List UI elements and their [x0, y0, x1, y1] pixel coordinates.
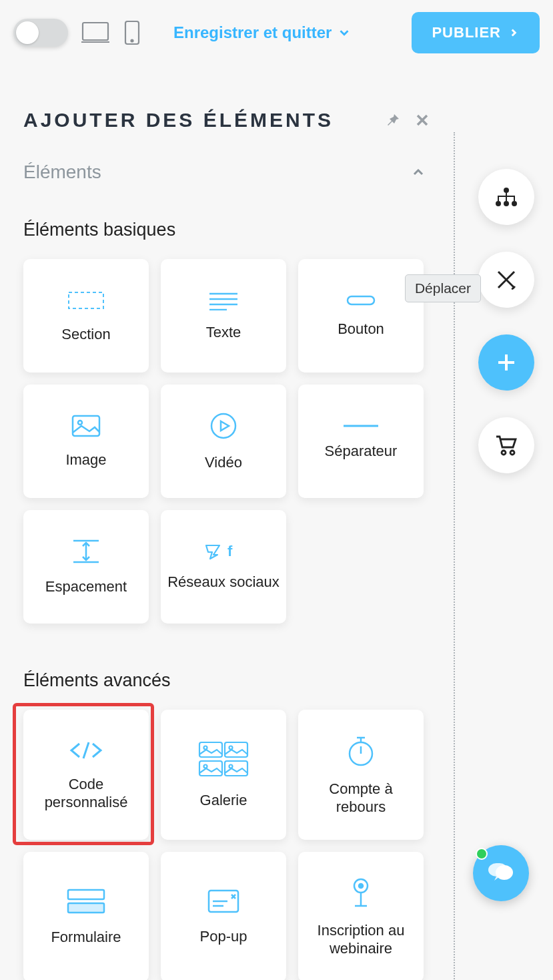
element-tile-social[interactable]: f Réseaux sociaux [161, 510, 286, 624]
svg-point-13 [78, 421, 82, 425]
popup-icon [206, 888, 241, 915]
pin-icon[interactable] [385, 112, 401, 128]
element-tile-popup[interactable]: Pop-up [161, 852, 286, 980]
tile-label: Galerie [200, 792, 247, 809]
save-and-exit-label: Enregistrer et quitter [173, 23, 332, 42]
desktop-icon[interactable] [81, 21, 109, 44]
elements-panel: Ajouter des éléments Éléments [0, 65, 450, 980]
social-icon: f [205, 543, 242, 560]
video-icon [209, 411, 238, 441]
form-icon [65, 887, 107, 915]
move-tooltip: Déplacer [405, 274, 481, 302]
svg-rect-12 [73, 416, 99, 436]
tile-label: Pop-up [200, 928, 247, 945]
svg-rect-35 [68, 903, 104, 913]
top-bar: Enregistrer et quitter PUBLIER [0, 0, 553, 65]
tile-label: Image [65, 451, 106, 469]
section-icon [67, 288, 105, 312]
webinar-icon [350, 877, 372, 909]
svg-point-47 [496, 201, 501, 206]
svg-point-14 [211, 414, 235, 438]
element-tile-image[interactable]: Image [23, 385, 149, 498]
element-tile-section[interactable]: Section [23, 259, 149, 373]
sitemap-icon [494, 187, 518, 207]
close-icon[interactable] [414, 112, 430, 128]
move-icon [494, 268, 518, 292]
toggle-knob [16, 21, 39, 44]
countdown-icon [346, 734, 376, 767]
tile-label: Texte [206, 324, 241, 341]
element-tile-video[interactable]: Vidéo [161, 385, 286, 498]
main-area: Ajouter des éléments Éléments [0, 65, 553, 980]
svg-rect-22 [199, 742, 222, 757]
svg-point-49 [512, 201, 517, 206]
chevron-right-icon [508, 27, 520, 39]
publish-label: PUBLIER [432, 24, 501, 41]
chat-fab[interactable] [473, 845, 529, 901]
svg-rect-11 [348, 296, 374, 304]
move-button[interactable]: Déplacer [478, 252, 534, 308]
elements-section-header[interactable]: Éléments [23, 162, 430, 183]
basic-elements-title: Éléments basiques [23, 220, 430, 240]
add-button[interactable] [478, 334, 534, 391]
panel-title: Ajouter des éléments [23, 109, 334, 132]
svg-point-56 [496, 865, 513, 880]
svg-rect-28 [225, 761, 247, 776]
svg-line-21 [83, 742, 89, 758]
svg-point-27 [204, 765, 207, 768]
svg-point-25 [229, 746, 233, 750]
text-icon [207, 290, 240, 310]
svg-point-48 [504, 201, 509, 206]
element-tile-form[interactable]: Formulaire [23, 852, 149, 980]
image-icon [71, 414, 101, 438]
element-tile-text[interactable]: Texte [161, 259, 286, 373]
publish-button[interactable]: PUBLIER [412, 12, 540, 53]
code-icon [67, 738, 105, 762]
cart-icon [494, 434, 518, 457]
element-tile-custom-code[interactable]: Code personnalisé [23, 710, 149, 840]
basic-elements-grid: Section Texte Bouton [23, 259, 430, 624]
svg-marker-15 [221, 421, 229, 431]
tile-label: Vidéo [205, 454, 242, 471]
tile-label: Inscription au webinaire [305, 922, 417, 957]
element-tile-separator[interactable]: Séparateur [298, 385, 424, 498]
svg-point-3 [131, 40, 133, 42]
tile-label: Formulaire [51, 929, 121, 946]
element-tile-gallery[interactable]: Galerie [161, 710, 286, 840]
element-tile-countdown[interactable]: Compte à rebours [298, 710, 424, 840]
svg-text:f: f [227, 543, 233, 559]
sitemap-button[interactable] [478, 169, 534, 225]
element-tile-webinar[interactable]: Inscription au webinaire [298, 852, 424, 980]
svg-rect-34 [68, 890, 104, 899]
tile-label: Séparateur [325, 443, 398, 460]
advanced-elements-title: Éléments avancés [23, 670, 430, 691]
svg-point-54 [502, 451, 506, 455]
svg-point-29 [229, 765, 233, 768]
preview-toggle[interactable] [13, 19, 68, 47]
vertical-divider [454, 132, 455, 980]
spacing-icon [71, 538, 101, 565]
tile-label: Compte à rebours [305, 780, 417, 816]
device-switcher [81, 20, 140, 45]
svg-rect-6 [69, 292, 103, 308]
cart-button[interactable] [478, 417, 534, 473]
advanced-elements-grid: Code personnalisé Galerie [23, 710, 430, 980]
svg-point-23 [204, 746, 207, 750]
elements-section-label: Éléments [23, 162, 101, 183]
separator-icon [341, 423, 381, 429]
svg-rect-24 [225, 742, 247, 757]
svg-rect-0 [83, 23, 108, 40]
chevron-down-icon [337, 25, 352, 40]
mobile-icon[interactable] [124, 20, 140, 45]
tile-label: Espacement [45, 578, 127, 595]
panel-header: Ajouter des éléments [23, 109, 430, 132]
tile-label: Réseaux sociaux [167, 573, 280, 591]
plus-icon [495, 351, 518, 374]
button-icon [344, 294, 378, 307]
save-and-exit-link[interactable]: Enregistrer et quitter [173, 23, 352, 42]
panel-actions [385, 112, 430, 128]
element-tile-spacing[interactable]: Espacement [23, 510, 149, 624]
svg-point-46 [504, 188, 509, 193]
svg-rect-26 [199, 761, 222, 776]
svg-point-42 [359, 884, 363, 888]
